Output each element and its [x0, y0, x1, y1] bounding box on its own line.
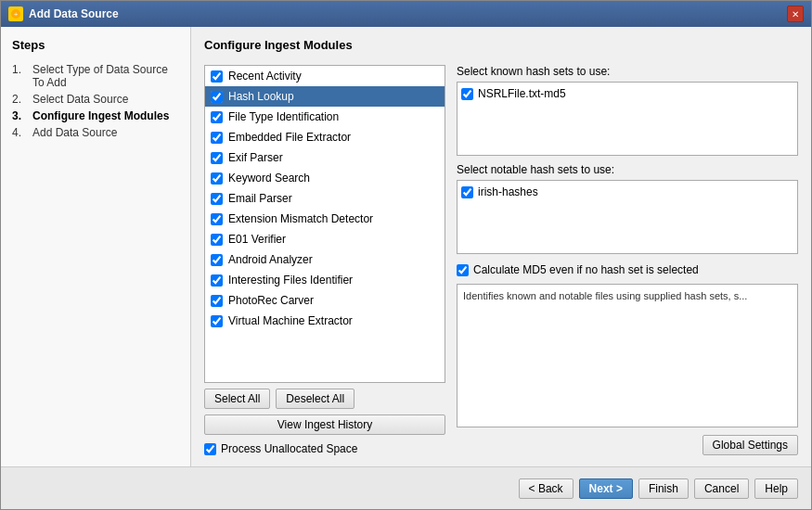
module-recent-activity-checkbox[interactable] — [211, 70, 223, 83]
notable-hash-irish-label: irish-hashes — [478, 185, 538, 198]
process-unallocated-checkbox[interactable] — [204, 443, 216, 455]
global-settings-row: Global Settings — [457, 435, 798, 455]
deselect-all-button[interactable]: Deselect All — [276, 389, 354, 409]
known-hash-list[interactable]: NSRLFile.txt-md5 — [457, 82, 798, 156]
module-photorec[interactable]: PhotoRec Carver — [205, 290, 445, 311]
module-file-type-checkbox[interactable] — [211, 111, 223, 123]
notable-hash-label: Select notable hash sets to use: — [457, 163, 798, 176]
step-2: 2. Select Data Source — [12, 91, 179, 108]
description-text: Identifies known and notable files using… — [463, 290, 747, 301]
description-box: Identifies known and notable files using… — [457, 284, 798, 427]
calc-md5-checkbox[interactable] — [457, 264, 469, 276]
module-email-checkbox[interactable] — [211, 193, 223, 205]
module-extension-mismatch-checkbox[interactable] — [211, 213, 223, 225]
main-title: Configure Ingest Modules — [204, 38, 798, 52]
back-button[interactable]: < Back — [519, 478, 574, 499]
process-unallocated-row: Process Unallocated Space — [204, 442, 445, 455]
module-android[interactable]: Android Analyzer — [205, 249, 445, 270]
module-interesting-files[interactable]: Interesting Files Identifier — [205, 270, 445, 290]
known-hash-nsrl-checkbox[interactable] — [461, 88, 473, 100]
help-button[interactable]: Help — [754, 478, 798, 499]
steps-list: 1. Select Type of Data Source To Add 2. … — [12, 61, 179, 141]
modules-list-box[interactable]: Recent Activity Hash Lookup File Type Id… — [204, 65, 445, 383]
module-vm-extractor-checkbox[interactable] — [211, 315, 223, 327]
main-window: + Add Data Source ✕ Steps 1. Select Type… — [0, 0, 812, 510]
right-panel: Select known hash sets to use: NSRLFile.… — [457, 65, 798, 455]
module-e01[interactable]: E01 Verifier — [205, 229, 445, 249]
module-vm-extractor[interactable]: Virtual Machine Extractor — [205, 311, 445, 331]
module-extension-mismatch[interactable]: Extension Mismatch Detector — [205, 209, 445, 229]
view-ingest-history-button[interactable]: View Ingest History — [204, 414, 445, 435]
global-settings-button[interactable]: Global Settings — [702, 435, 798, 455]
known-hash-nsrl[interactable]: NSRLFile.txt-md5 — [461, 86, 793, 101]
notable-hash-irish[interactable]: irish-hashes — [461, 185, 793, 199]
module-e01-checkbox[interactable] — [211, 234, 223, 246]
left-panel: Recent Activity Hash Lookup File Type Id… — [204, 65, 445, 455]
module-android-checkbox[interactable] — [211, 254, 223, 266]
notable-hash-list[interactable]: irish-hashes — [457, 180, 798, 254]
known-hash-section: Select known hash sets to use: NSRLFile.… — [457, 65, 798, 156]
title-bar: + Add Data Source ✕ — [1, 1, 811, 27]
main-panel: Configure Ingest Modules Recent Activity… — [191, 27, 811, 466]
step-1: 1. Select Type of Data Source To Add — [12, 61, 179, 91]
module-exif[interactable]: Exif Parser — [205, 147, 445, 168]
module-embedded-file-checkbox[interactable] — [211, 132, 223, 144]
step-4: 4. Add Data Source — [12, 124, 179, 141]
svg-text:+: + — [14, 10, 19, 19]
calc-md5-label: Calculate MD5 even if no hash set is sel… — [473, 263, 699, 276]
module-recent-activity[interactable]: Recent Activity — [205, 66, 445, 86]
module-photorec-checkbox[interactable] — [211, 295, 223, 307]
process-unallocated-label: Process Unallocated Space — [221, 442, 357, 455]
sidebar-title: Steps — [12, 38, 179, 52]
select-all-button[interactable]: Select All — [204, 389, 270, 409]
known-hash-nsrl-label: NSRLFile.txt-md5 — [478, 87, 566, 100]
window-icon: + — [8, 6, 23, 21]
calc-md5-row: Calculate MD5 even if no hash set is sel… — [457, 263, 798, 276]
next-button[interactable]: Next > — [579, 478, 633, 499]
step-3: 3. Configure Ingest Modules — [12, 108, 179, 124]
left-buttons: Select All Deselect All — [204, 389, 445, 409]
window-title: Add Data Source — [29, 7, 119, 20]
known-hash-label: Select known hash sets to use: — [457, 65, 798, 78]
module-email[interactable]: Email Parser — [205, 188, 445, 209]
module-hash-lookup[interactable]: Hash Lookup — [205, 86, 445, 107]
module-file-type[interactable]: File Type Identification — [205, 107, 445, 127]
cancel-button[interactable]: Cancel — [694, 478, 749, 499]
module-hash-lookup-checkbox[interactable] — [211, 91, 223, 103]
title-bar-left: + Add Data Source — [8, 6, 119, 21]
content-area: Steps 1. Select Type of Data Source To A… — [1, 27, 811, 466]
notable-hash-section: Select notable hash sets to use: irish-h… — [457, 163, 798, 254]
notable-hash-irish-checkbox[interactable] — [461, 186, 473, 198]
footer: < Back Next > Finish Cancel Help — [1, 466, 811, 509]
module-interesting-files-checkbox[interactable] — [211, 274, 223, 287]
sidebar: Steps 1. Select Type of Data Source To A… — [1, 27, 191, 466]
module-keyword[interactable]: Keyword Search — [205, 168, 445, 188]
module-exif-checkbox[interactable] — [211, 152, 223, 164]
close-button[interactable]: ✕ — [787, 6, 804, 22]
module-embedded-file[interactable]: Embedded File Extractor — [205, 127, 445, 147]
panels-row: Recent Activity Hash Lookup File Type Id… — [204, 65, 798, 455]
module-keyword-checkbox[interactable] — [211, 172, 223, 185]
finish-button[interactable]: Finish — [638, 478, 689, 499]
